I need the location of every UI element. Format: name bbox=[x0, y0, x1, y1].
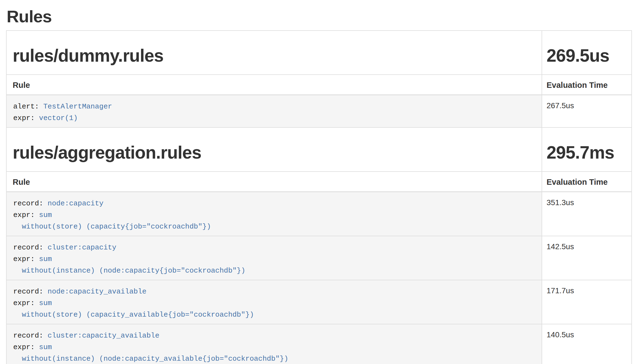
rule-group-header-row: rules/aggregation.rules 295.7ms bbox=[6, 127, 632, 172]
column-header-row: Rule Evaluation Time bbox=[6, 172, 632, 192]
rule-evaluation-time: 171.7us bbox=[542, 280, 632, 324]
page-title: Rules bbox=[6, 0, 632, 26]
rule-cell: record:cluster:capacity_availableexpr:su… bbox=[6, 324, 542, 364]
expr-keyword: expr: bbox=[13, 299, 35, 307]
expr-keyword: expr: bbox=[13, 255, 35, 263]
rule-name-link[interactable]: TestAlertManager bbox=[43, 102, 112, 111]
rule-keyword: record: bbox=[13, 287, 43, 296]
rule-name-link[interactable]: cluster:capacity bbox=[48, 243, 117, 252]
rule-expression-link[interactable]: sum without(store) (capacity{job="cockro… bbox=[13, 211, 211, 231]
rule-definition: alert:TestAlertManagerexpr:vector(1) bbox=[13, 101, 537, 124]
rule-group-evaluation-time: 295.7ms bbox=[547, 143, 627, 162]
rule-evaluation-time: 142.5us bbox=[542, 236, 632, 280]
rule-group-name: rules/dummy.rules bbox=[13, 46, 537, 66]
rule-evaluation-time: 267.5us bbox=[542, 95, 632, 128]
rule-row: record:node:capacity_availableexpr:sum w… bbox=[6, 280, 632, 324]
rule-group-name: rules/aggregation.rules bbox=[13, 143, 537, 162]
rule-row: record:cluster:capacityexpr:sum without(… bbox=[6, 236, 632, 280]
rule-expression-link[interactable]: sum without(store) (capacity_available{j… bbox=[13, 299, 254, 319]
column-header-row: Rule Evaluation Time bbox=[6, 75, 632, 95]
rule-group-name-cell: rules/dummy.rules bbox=[6, 31, 542, 75]
rule-cell: record:node:capacityexpr:sum without(sto… bbox=[6, 192, 542, 236]
column-header-evaluation-time: Evaluation Time bbox=[542, 75, 632, 95]
rule-expression-link[interactable]: sum without(instance) (node:capacity_ava… bbox=[13, 343, 288, 363]
expr-keyword: expr: bbox=[13, 343, 35, 351]
column-header-rule: Rule bbox=[6, 172, 542, 192]
rule-group-evaluation-time: 269.5us bbox=[547, 46, 627, 66]
rule-group-evaluation-time-cell: 295.7ms bbox=[542, 127, 632, 172]
rule-name-link[interactable]: cluster:capacity_available bbox=[48, 332, 160, 340]
rule-keyword: record: bbox=[13, 332, 43, 340]
rule-name-link[interactable]: node:capacity bbox=[48, 199, 104, 208]
column-header-rule: Rule bbox=[6, 75, 542, 95]
rule-definition: record:cluster:capacity_availableexpr:su… bbox=[13, 330, 537, 364]
rule-definition: record:node:capacity_availableexpr:sum w… bbox=[13, 286, 537, 320]
rule-cell: alert:TestAlertManagerexpr:vector(1) bbox=[6, 95, 542, 128]
column-header-evaluation-time: Evaluation Time bbox=[542, 172, 632, 192]
rules-page: Rules rules/dummy.rules 269.5us Rule Eva… bbox=[0, 0, 638, 364]
rule-expression-link[interactable]: vector(1) bbox=[39, 114, 78, 122]
rule-group-header-row: rules/dummy.rules 269.5us bbox=[6, 31, 632, 75]
rule-group-name-cell: rules/aggregation.rules bbox=[6, 127, 542, 172]
rule-group-evaluation-time-cell: 269.5us bbox=[542, 31, 632, 75]
expr-keyword: expr: bbox=[13, 211, 35, 219]
rule-keyword: record: bbox=[13, 199, 43, 208]
expr-keyword: expr: bbox=[13, 114, 35, 122]
rule-definition: record:cluster:capacityexpr:sum without(… bbox=[13, 242, 537, 276]
rule-name-link[interactable]: node:capacity_available bbox=[48, 287, 147, 296]
rules-table: rules/dummy.rules 269.5us Rule Evaluatio… bbox=[6, 30, 632, 364]
rule-definition: record:node:capacityexpr:sum without(sto… bbox=[13, 198, 537, 232]
rule-row: record:cluster:capacity_availableexpr:su… bbox=[6, 324, 632, 364]
rule-keyword: record: bbox=[13, 243, 43, 252]
rule-row: alert:TestAlertManagerexpr:vector(1) 267… bbox=[6, 95, 632, 128]
rule-cell: record:node:capacity_availableexpr:sum w… bbox=[6, 280, 542, 324]
rule-evaluation-time: 140.5us bbox=[542, 324, 632, 364]
rule-cell: record:cluster:capacityexpr:sum without(… bbox=[6, 236, 542, 280]
rule-row: record:node:capacityexpr:sum without(sto… bbox=[6, 192, 632, 236]
rule-expression-link[interactable]: sum without(instance) (node:capacity{job… bbox=[13, 255, 245, 275]
rule-keyword: alert: bbox=[13, 102, 39, 111]
rule-evaluation-time: 351.3us bbox=[542, 192, 632, 236]
